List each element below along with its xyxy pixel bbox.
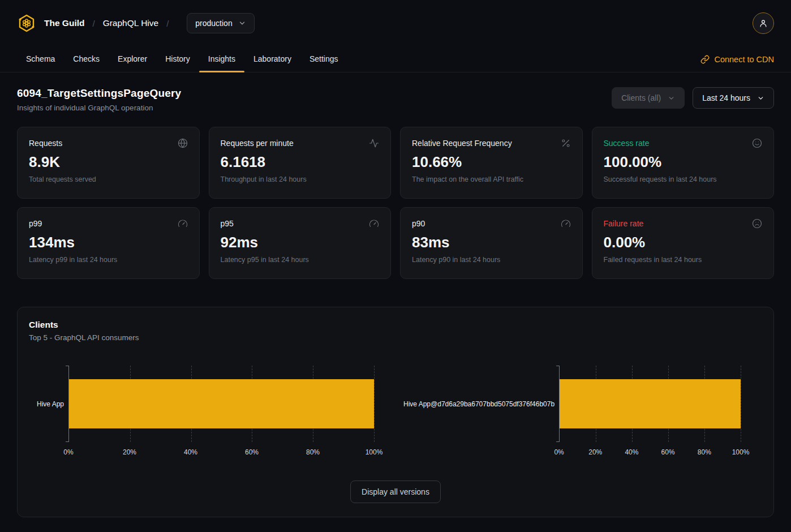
period-filter-dropdown[interactable]: Last 24 hours	[693, 87, 774, 109]
hive-logo-icon[interactable]	[17, 14, 36, 33]
stat-description: Failed requests in last 24 hours	[604, 256, 763, 264]
breadcrumb-project[interactable]: GraphQL Hive	[103, 18, 159, 28]
stat-label: p90	[412, 219, 425, 228]
page-title: 6094_TargetSettingsPageQuery	[17, 87, 181, 100]
stat-card-p90: p90 83ms Latency p90 in last 24 hours	[400, 207, 583, 279]
tab-history[interactable]: History	[156, 46, 199, 72]
stat-value: 83ms	[412, 234, 571, 251]
stat-label: Requests	[29, 139, 62, 148]
stat-card-failure-rate: Failure rate 0.00% Failed requests in la…	[592, 207, 775, 279]
stat-card-p99: p99 134ms Latency p99 in last 24 hours	[17, 207, 200, 279]
breadcrumb-separator: /	[92, 19, 94, 28]
breadcrumb-separator: /	[166, 19, 169, 28]
activity-icon	[369, 138, 379, 148]
stat-description: Latency p99 in last 24 hours	[29, 256, 188, 264]
environment-selector-label: production	[195, 19, 232, 28]
gauge-icon	[369, 218, 379, 229]
x-tick-label: 20%	[588, 448, 602, 456]
stat-value: 10.66%	[412, 153, 571, 171]
tab-settings[interactable]: Settings	[300, 46, 347, 72]
stat-value: 134ms	[29, 234, 188, 251]
stat-card-rpm: Requests per minute 6.1618 Throughput in…	[209, 127, 392, 199]
clients-panel-subtitle: Top 5 - GraphQL API consumers	[29, 333, 762, 342]
insights-page: 6094_TargetSettingsPageQuery Insights of…	[0, 72, 791, 517]
page-subtitle: Insights of individual GraphQL operation	[17, 104, 181, 112]
clients-filter-label: Clients (all)	[621, 93, 661, 102]
breadcrumb-org[interactable]: The Guild	[44, 18, 84, 28]
client-versions-bar-chart: Hive App@d7d6a29ba6707bbd5075df376f46b07…	[396, 366, 762, 459]
smile-icon	[752, 138, 762, 148]
user-menu-button[interactable]	[753, 12, 774, 34]
chart-category-label: Hive App	[29, 400, 68, 408]
client-usage-bar[interactable]	[69, 379, 374, 428]
x-tick-label: 40%	[184, 448, 197, 456]
connect-to-cdn-link[interactable]: Connect to CDN	[700, 55, 774, 64]
x-tick-label: 60%	[661, 448, 675, 456]
stats-grid: Requests 8.9K Total requests served Requ…	[17, 127, 774, 279]
gridline	[741, 366, 741, 442]
top-bar: The Guild / GraphQL Hive / production	[0, 0, 791, 46]
stat-description: Total requests served	[29, 175, 188, 183]
stat-card-p95: p95 92ms Latency p95 in last 24 hours	[209, 207, 392, 279]
x-tick-label: 0%	[63, 448, 73, 456]
x-tick-label: 0%	[554, 448, 564, 456]
page-header: 6094_TargetSettingsPageQuery Insights of…	[17, 87, 774, 112]
x-tick-label: 40%	[625, 448, 638, 456]
stat-value: 100.00%	[604, 153, 763, 171]
chart-x-axis: 0%20%40%60%80%100%	[68, 442, 374, 459]
tab-laboratory[interactable]: Laboratory	[244, 46, 300, 72]
filters: Clients (all) Last 24 hours	[612, 87, 774, 109]
stat-card-requests: Requests 8.9K Total requests served	[17, 127, 200, 199]
clients-bar-chart: Hive App 0%20%40%60%80%100%	[29, 366, 396, 459]
chart-x-axis: 0%20%40%60%80%100%	[559, 442, 741, 459]
stat-card-success-rate: Success rate 100.00% Successful requests…	[592, 127, 775, 199]
stat-description: Latency p90 in last 24 hours	[412, 256, 571, 264]
stat-description: Throughput in last 24 hours	[221, 175, 380, 183]
chart-plot-area	[68, 366, 374, 442]
link-icon	[700, 55, 710, 64]
stat-description: Successful requests in last 24 hours	[604, 175, 763, 183]
chevron-down-icon	[757, 95, 764, 102]
chevron-down-icon	[238, 19, 246, 27]
clients-panel-title: Clients	[29, 320, 762, 330]
x-tick-label: 100%	[366, 448, 383, 456]
stat-label: Requests per minute	[221, 139, 294, 148]
x-tick-label: 20%	[123, 448, 136, 456]
stat-value: 0.00%	[604, 234, 763, 251]
stat-description: The impact on the overall API traffic	[412, 175, 571, 183]
x-tick-label: 80%	[698, 448, 711, 456]
stat-label: p95	[221, 219, 234, 228]
stat-label: Relative Request Frequency	[412, 139, 512, 148]
stat-card-relative-frequency: Relative Request Frequency 10.66% The im…	[400, 127, 583, 199]
stat-description: Latency p95 in last 24 hours	[221, 256, 380, 264]
tab-explorer[interactable]: Explorer	[109, 46, 156, 72]
client-usage-bar[interactable]	[560, 379, 741, 428]
main-nav: Schema Checks Explorer History Insights …	[0, 46, 791, 72]
gauge-icon	[178, 218, 188, 229]
stat-value: 92ms	[221, 234, 380, 251]
chevron-down-icon	[668, 95, 675, 102]
environment-selector[interactable]: production	[187, 13, 254, 33]
tab-insights[interactable]: Insights	[199, 46, 244, 72]
display-all-versions-button[interactable]: Display all versions	[350, 480, 441, 503]
percent-icon	[561, 138, 571, 148]
stat-value: 6.1618	[221, 153, 380, 171]
globe-icon	[178, 138, 188, 148]
stat-label: Failure rate	[604, 219, 644, 228]
gauge-icon	[561, 218, 571, 229]
clients-filter-dropdown[interactable]: Clients (all)	[612, 87, 685, 109]
x-tick-label: 100%	[732, 448, 750, 456]
user-icon	[758, 18, 768, 28]
connect-to-cdn-label: Connect to CDN	[714, 55, 774, 64]
period-filter-label: Last 24 hours	[702, 93, 750, 102]
clients-panel-footer: Display all versions	[29, 480, 762, 503]
clients-panel: Clients Top 5 - GraphQL API consumers Hi…	[17, 307, 774, 517]
chart-plot-area	[559, 366, 741, 442]
tab-checks[interactable]: Checks	[64, 46, 109, 72]
tab-schema[interactable]: Schema	[17, 46, 64, 72]
x-tick-label: 80%	[306, 448, 320, 456]
client-charts: Hive App 0%20%40%60%80%100% Hive App@d7d…	[29, 366, 762, 459]
stat-value: 8.9K	[29, 153, 188, 171]
frown-icon	[752, 218, 762, 229]
gridline	[374, 366, 375, 442]
